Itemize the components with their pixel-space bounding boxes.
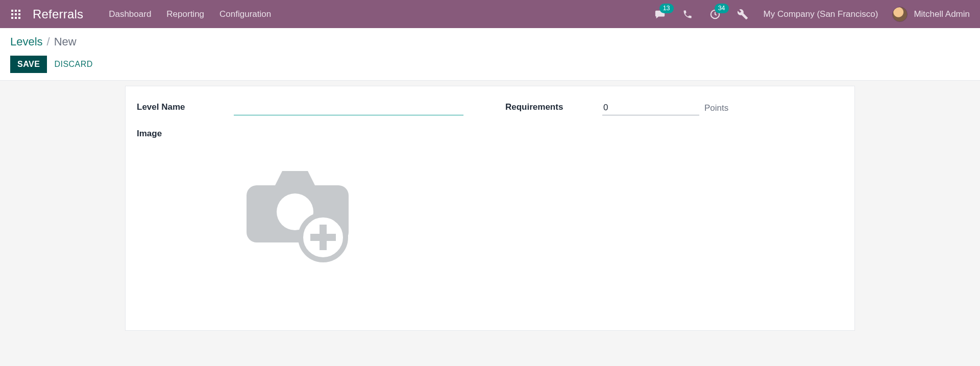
svg-rect-2 bbox=[18, 10, 20, 12]
debug-icon[interactable] bbox=[736, 8, 749, 21]
nav-item-configuration[interactable]: Configuration bbox=[219, 9, 271, 19]
phone-icon[interactable] bbox=[681, 8, 694, 21]
messages-badge: 13 bbox=[659, 4, 674, 13]
form-col-right: Requirements Points bbox=[505, 101, 843, 271]
svg-rect-0 bbox=[11, 10, 13, 12]
save-button[interactable]: SAVE bbox=[10, 56, 47, 73]
input-requirements[interactable] bbox=[602, 101, 699, 115]
avatar bbox=[892, 7, 908, 22]
username: Mitchell Admin bbox=[914, 9, 970, 19]
navbar-left: Referrals Dashboard Reporting Configurat… bbox=[10, 7, 271, 21]
activities-icon[interactable]: 34 bbox=[708, 8, 722, 21]
label-requirements: Requirements bbox=[505, 102, 602, 115]
form-col-left: Level Name Image bbox=[137, 101, 475, 271]
apps-icon[interactable] bbox=[10, 9, 21, 20]
nav-item-reporting[interactable]: Reporting bbox=[166, 9, 204, 19]
nav-menu: Dashboard Reporting Configuration bbox=[109, 9, 271, 19]
form-grid: Level Name Image bbox=[137, 101, 843, 271]
svg-rect-5 bbox=[18, 13, 20, 15]
form-sheet: Level Name Image bbox=[125, 86, 855, 331]
svg-rect-3 bbox=[11, 13, 13, 15]
svg-rect-7 bbox=[15, 17, 17, 19]
user-menu[interactable]: Mitchell Admin bbox=[892, 7, 970, 22]
breadcrumb-current: New bbox=[54, 35, 77, 48]
camera-add-icon bbox=[234, 151, 366, 268]
app-brand-text: Referrals bbox=[33, 7, 83, 21]
discard-button[interactable]: DISCARD bbox=[54, 60, 93, 69]
company-selector[interactable]: My Company (San Francisco) bbox=[764, 9, 878, 19]
svg-rect-1 bbox=[15, 10, 17, 12]
app-brand[interactable]: Referrals bbox=[33, 7, 83, 21]
breadcrumb-parent[interactable]: Levels bbox=[10, 35, 43, 48]
action-row: SAVE DISCARD bbox=[10, 56, 970, 73]
row-image: Image bbox=[137, 128, 475, 139]
label-level-name: Level Name bbox=[137, 102, 234, 115]
input-level-name[interactable] bbox=[234, 101, 463, 115]
navbar-right: 13 34 My Company (San Francisco) Mitchel… bbox=[653, 7, 970, 22]
label-image: Image bbox=[137, 128, 234, 139]
svg-rect-15 bbox=[310, 234, 336, 241]
activities-badge: 34 bbox=[715, 4, 729, 13]
row-level-name: Level Name bbox=[137, 101, 475, 115]
image-upload[interactable] bbox=[234, 148, 366, 271]
breadcrumb: Levels / New bbox=[10, 35, 970, 48]
svg-rect-8 bbox=[18, 17, 20, 19]
row-requirements: Requirements Points bbox=[505, 101, 843, 115]
messages-icon[interactable]: 13 bbox=[653, 8, 667, 21]
svg-rect-4 bbox=[15, 13, 17, 15]
sheet-wrap: Level Name Image bbox=[0, 81, 980, 336]
control-panel: Levels / New SAVE DISCARD bbox=[0, 28, 980, 81]
breadcrumb-sep: / bbox=[47, 35, 50, 48]
svg-rect-6 bbox=[11, 17, 13, 19]
unit-points: Points bbox=[704, 103, 728, 115]
nav-item-dashboard[interactable]: Dashboard bbox=[109, 9, 151, 19]
top-navbar: Referrals Dashboard Reporting Configurat… bbox=[0, 0, 980, 28]
